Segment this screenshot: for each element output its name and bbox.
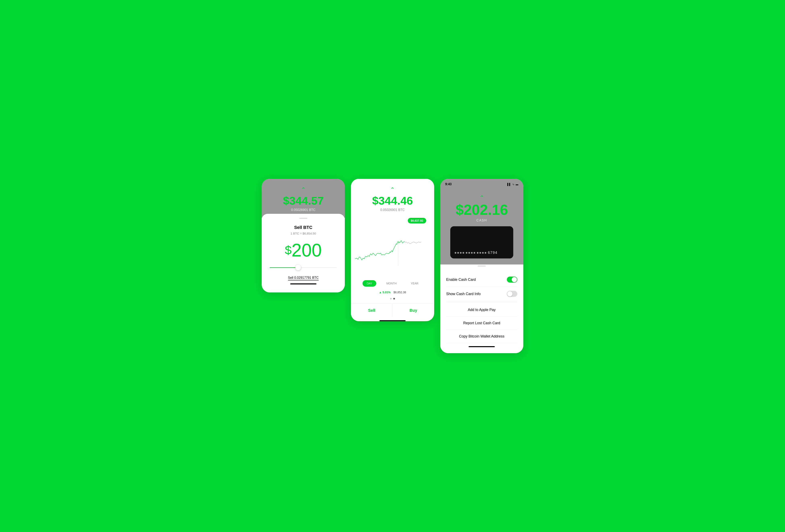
sell-button[interactable]: Sell <box>351 304 392 317</box>
card-dot <box>482 252 484 254</box>
chevron-up-icon[interactable]: ⌃ <box>268 187 339 192</box>
enable-cash-card-label: Enable Cash Card <box>446 277 476 282</box>
stat-price: $6,852.38 <box>394 291 406 294</box>
chevron-up-icon-3[interactable]: ⌃ <box>446 195 517 201</box>
show-cash-card-toggle[interactable] <box>507 291 517 297</box>
home-indicator <box>290 284 316 285</box>
card-dot <box>466 252 467 254</box>
toggle-thumb-2 <box>507 291 512 296</box>
settings-panel: Enable Cash Card Show Cash Card Info Add… <box>440 263 523 353</box>
screen3-top: 9:43 ▌▌ ∿ ▬ ⌃ $202.16 CASH <box>440 179 523 265</box>
tab-month[interactable]: MONTH <box>382 280 401 287</box>
drag-handle-3[interactable] <box>478 266 486 266</box>
add-to-apple-pay-button[interactable]: Add to Apple Pay <box>446 303 517 317</box>
chart-tooltip: $6,637.92 <box>408 218 426 223</box>
screen-cash-card: 9:43 ▌▌ ∿ ▬ ⌃ $202.16 CASH <box>440 179 523 353</box>
chart-container: $6,637.92 <box>351 216 434 276</box>
wifi-icon: ∿ <box>512 183 514 186</box>
card-dot-group-1 <box>455 252 464 254</box>
tab-year[interactable]: YEAR <box>407 280 422 287</box>
toggle-thumb <box>512 277 517 282</box>
screen-sell-btc: ⌃ $344.57 0.05026901 BTC Sell BTC 1 BTC … <box>262 179 345 292</box>
btc-chart-svg <box>355 224 430 276</box>
screen1-bottom: Sell BTC 1 BTC = $6,854.50 $200 Sell 0.0… <box>262 214 345 292</box>
enable-cash-card-toggle[interactable] <box>507 276 517 283</box>
drag-handle[interactable] <box>299 218 307 219</box>
buy-sell-buttons: Sell Buy <box>351 303 434 317</box>
dollar-sign: $ <box>285 244 292 256</box>
screen2-top: ⌃ $344.46 0.05026901 BTC <box>351 179 434 216</box>
card-dot <box>471 252 473 254</box>
screen-btc-chart: ⌃ $344.46 0.05026901 BTC $6,637.92 DAY M… <box>351 179 434 321</box>
show-cash-card-info-row: Show Cash Card Info <box>446 287 517 301</box>
btc-balance-2: 0.05026901 BTC <box>357 208 428 212</box>
card-dot-group-2 <box>466 252 475 254</box>
cash-balance: $202.16 <box>446 203 517 217</box>
sell-btc-text: Sell 0.02917791 BTC <box>288 276 319 281</box>
time-tabs: DAY MONTH YEAR <box>351 276 434 289</box>
chart-wrapper: $6,637.92 <box>355 216 430 276</box>
sell-btc-label: Sell 0.02917791 BTC <box>268 276 339 281</box>
card-dots: 6794 <box>455 250 498 255</box>
cash-card-image: 6794 <box>450 226 513 259</box>
card-dot <box>474 252 475 254</box>
card-dot-group-3 <box>477 252 486 254</box>
status-time: 9:43 <box>445 182 452 186</box>
home-indicator-2 <box>379 320 406 321</box>
stat-percent: ▲ 5.01% <box>379 291 390 294</box>
btc-balance: 0.05026901 BTC <box>268 208 339 212</box>
dot-2 <box>393 298 395 299</box>
slider-container[interactable] <box>270 267 337 268</box>
battery-icon: ▬ <box>516 183 518 186</box>
status-bar: 9:43 ▌▌ ∿ ▬ <box>445 182 518 186</box>
dot-1 <box>390 298 392 299</box>
screen1-top: ⌃ $344.57 0.05026901 BTC <box>262 179 345 218</box>
sell-amount: $200 <box>268 241 339 259</box>
card-dot <box>477 252 478 254</box>
card-dot <box>460 252 461 254</box>
home-indicator-3 <box>469 346 495 347</box>
slider-fill <box>270 267 297 268</box>
slider-thumb[interactable] <box>295 265 301 270</box>
slider-track <box>270 267 337 268</box>
buy-button[interactable]: Buy <box>393 304 434 317</box>
enable-cash-card-row: Enable Cash Card <box>446 272 517 287</box>
report-lost-button[interactable]: Report Lost Cash Card <box>446 317 517 330</box>
card-dot <box>455 252 456 254</box>
chart-stats: ▲ 5.01% $6,852.38 <box>351 289 434 297</box>
divider-1 <box>446 302 517 302</box>
card-last-digits: 6794 <box>488 250 498 255</box>
cash-label: CASH <box>446 219 517 222</box>
card-dot <box>479 252 481 254</box>
card-dot <box>469 252 470 254</box>
status-icons: ▌▌ ∿ ▬ <box>507 183 518 186</box>
sell-rate: 1 BTC = $6,854.50 <box>268 232 339 235</box>
page-dots <box>351 297 434 302</box>
sell-title: Sell BTC <box>268 225 339 230</box>
show-cash-card-info-label: Show Cash Card Info <box>446 292 481 296</box>
signal-icon: ▌▌ <box>507 183 511 186</box>
chevron-up-icon-2[interactable]: ⌃ <box>357 187 428 192</box>
card-dot <box>462 252 464 254</box>
balance-amount: $344.57 <box>268 194 339 207</box>
copy-bitcoin-wallet-button[interactable]: Copy Bitcoin Wallet Address <box>446 330 517 343</box>
tab-day[interactable]: DAY <box>362 280 376 287</box>
balance-amount-2: $344.46 <box>357 194 428 207</box>
sell-amount-number: 200 <box>292 240 322 260</box>
card-dot <box>485 252 486 254</box>
screens-container: ⌃ $344.57 0.05026901 BTC Sell BTC 1 BTC … <box>262 179 523 353</box>
card-dot <box>457 252 459 254</box>
